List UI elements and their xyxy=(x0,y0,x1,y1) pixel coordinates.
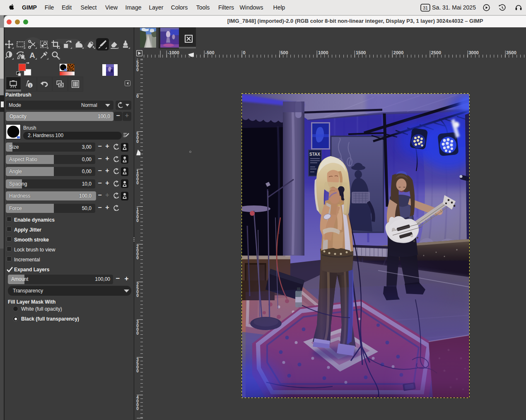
svg-text:A: A xyxy=(29,51,35,60)
svg-text:31: 31 xyxy=(423,5,428,10)
svg-text:i: i xyxy=(29,83,31,88)
